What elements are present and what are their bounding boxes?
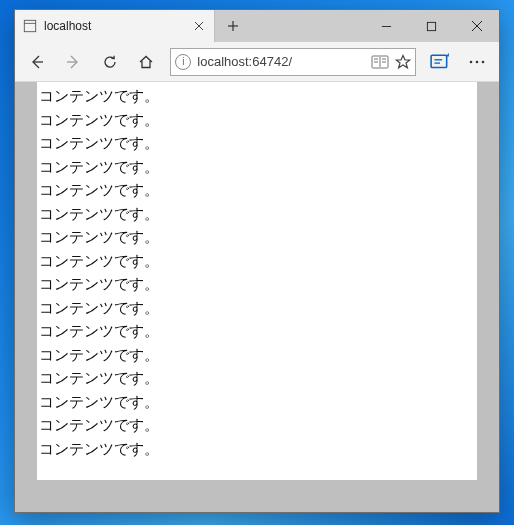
tab-title: localhost: [44, 19, 183, 33]
home-button[interactable]: [130, 45, 162, 79]
window-controls: [364, 10, 499, 42]
tab-strip: localhost: [15, 10, 499, 42]
reading-view-icon[interactable]: [371, 55, 389, 69]
browser-window: localhost: [14, 9, 500, 513]
window-close-button[interactable]: [454, 10, 499, 42]
refresh-button[interactable]: [94, 45, 126, 79]
forward-button[interactable]: [57, 45, 89, 79]
window-maximize-button[interactable]: [409, 10, 454, 42]
content-line: コンテンツです。: [37, 344, 477, 368]
tabstrip-spacer: [251, 10, 364, 42]
content-line: コンテンツです。: [37, 438, 477, 462]
svg-rect-0: [24, 20, 35, 31]
svg-point-23: [475, 60, 478, 63]
desktop-background: localhost: [0, 0, 514, 525]
browser-toolbar: i: [15, 42, 499, 82]
content-line: コンテンツです。: [37, 367, 477, 391]
content-line: コンテンツです。: [37, 320, 477, 344]
favorite-star-icon[interactable]: [395, 54, 411, 70]
content-line: コンテンツです。: [37, 414, 477, 438]
back-button[interactable]: [21, 45, 53, 79]
page-icon: [23, 19, 37, 33]
content-line: コンテンツです。: [37, 203, 477, 227]
browser-tab-active[interactable]: localhost: [15, 10, 215, 42]
content-line: コンテンツです。: [37, 297, 477, 321]
notes-button[interactable]: [424, 45, 456, 79]
url-input[interactable]: [197, 54, 365, 69]
page-content-area: コンテンツです。コンテンツです。コンテンツです。コンテンツです。コンテンツです。…: [37, 82, 477, 480]
new-tab-button[interactable]: [215, 10, 251, 42]
content-line: コンテンツです。: [37, 250, 477, 274]
content-line: コンテンツです。: [37, 85, 477, 109]
svg-marker-18: [397, 55, 411, 67]
content-line: コンテンツです。: [37, 391, 477, 415]
content-line: コンテンツです。: [37, 226, 477, 250]
content-line: コンテンツです。: [37, 132, 477, 156]
svg-point-24: [481, 60, 484, 63]
svg-rect-7: [427, 22, 435, 30]
more-menu-button[interactable]: [461, 45, 493, 79]
browser-viewport: コンテンツです。コンテンツです。コンテンツです。コンテンツです。コンテンツです。…: [15, 82, 499, 512]
svg-point-22: [469, 60, 472, 63]
content-line: コンテンツです。: [37, 179, 477, 203]
address-bar[interactable]: i: [170, 48, 416, 76]
window-minimize-button[interactable]: [364, 10, 409, 42]
content-line: コンテンツです。: [37, 109, 477, 133]
content-line: コンテンツです。: [37, 273, 477, 297]
site-info-icon[interactable]: i: [175, 54, 191, 70]
tab-close-button[interactable]: [190, 17, 208, 35]
svg-rect-19: [432, 55, 448, 67]
content-line: コンテンツです。: [37, 156, 477, 180]
